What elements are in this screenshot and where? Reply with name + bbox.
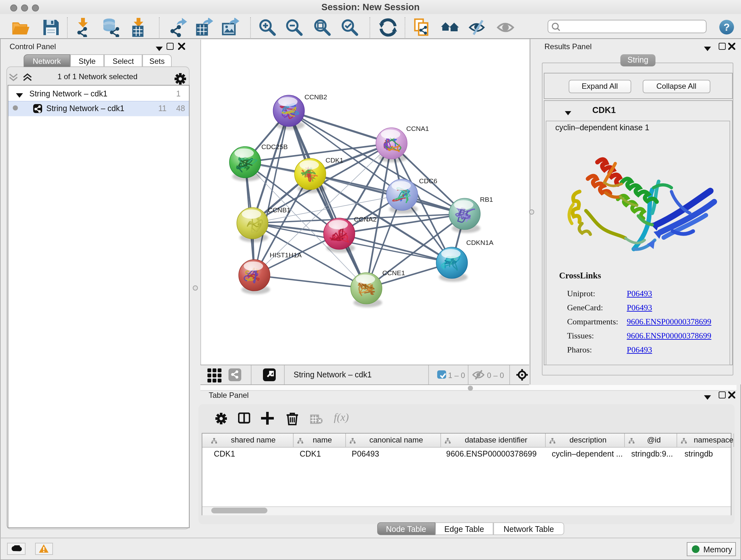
svg-text:RB1: RB1 <box>480 196 493 203</box>
svg-text:CCNB1: CCNB1 <box>268 206 290 213</box>
svg-text:CDK1: CDK1 <box>326 157 343 164</box>
svg-text:CDC6: CDC6 <box>419 177 437 185</box>
svg-text:CCNB2: CCNB2 <box>305 93 327 101</box>
svg-text:CDKN1A: CDKN1A <box>466 239 493 246</box>
svg-text:HIST1H1A: HIST1H1A <box>270 251 301 259</box>
svg-text:CCNA2: CCNA2 <box>354 215 377 223</box>
svg-text:CCNA1: CCNA1 <box>406 125 429 132</box>
svg-text:CCNE1: CCNE1 <box>382 269 405 276</box>
svg-text:CDC25B: CDC25B <box>261 143 288 150</box>
